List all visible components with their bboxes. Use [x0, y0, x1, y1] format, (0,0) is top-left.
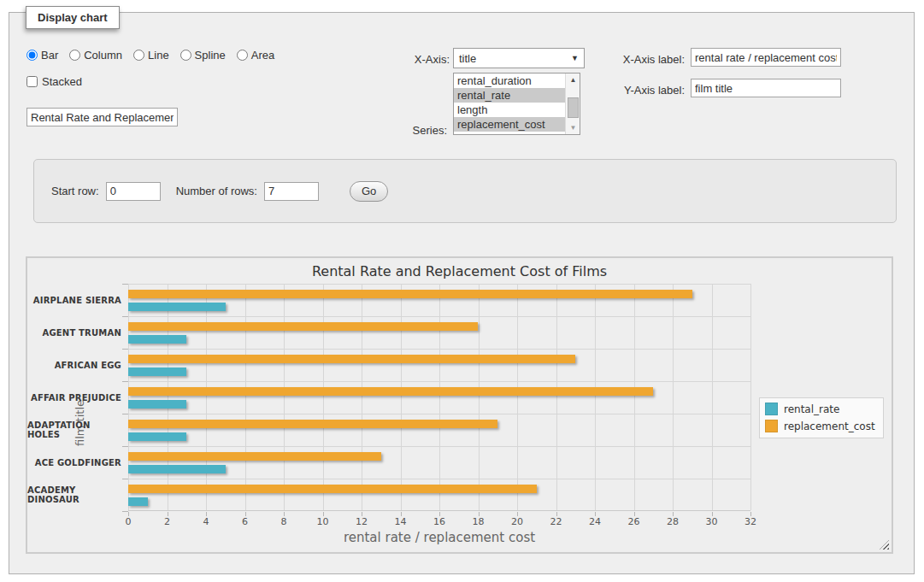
- bar-replacement_cost[interactable]: [128, 485, 537, 493]
- x-tick-label-20: 20: [503, 516, 532, 527]
- chart-type-label: Spline: [195, 49, 226, 62]
- series-option-replacement_cost[interactable]: replacement_cost: [454, 117, 565, 132]
- bar-rental_rate[interactable]: [128, 400, 186, 409]
- chart-title: Rental Rate and Replacement Cost of Film…: [27, 263, 892, 279]
- chart-title-input[interactable]: [26, 108, 178, 126]
- y-category-label: AFRICAN EGG: [27, 349, 121, 381]
- x-axis-label-input[interactable]: [691, 48, 841, 67]
- x-tick-label-12: 12: [347, 516, 376, 527]
- chart-x-axis-title: rental rate / replacement cost: [128, 530, 750, 545]
- y-category-label: AFFAIR PREJUDICE: [27, 381, 121, 414]
- gridline-x-32: [750, 284, 751, 510]
- chart-type-radio-bar[interactable]: [26, 50, 38, 61]
- series-option-length[interactable]: length: [454, 103, 565, 117]
- resize-handle-icon[interactable]: [880, 540, 889, 550]
- legend-label: replacement_cost: [784, 420, 875, 432]
- series-multiselect[interactable]: rental_durationrental_ratelengthreplacem…: [453, 73, 580, 135]
- chart-type-label: Column: [84, 49, 122, 62]
- y-tickmark: [122, 446, 128, 447]
- bar-rental_rate[interactable]: [128, 367, 186, 376]
- bar-rental_rate[interactable]: [128, 303, 226, 311]
- bar-replacement_cost[interactable]: [128, 290, 692, 298]
- display-chart-fieldset: Display chart BarColumnLineSplineArea St…: [9, 12, 915, 574]
- start-row-input[interactable]: [106, 182, 161, 201]
- x-tick-label-6: 6: [231, 516, 260, 527]
- category-row: [128, 479, 750, 511]
- x-tick-label-22: 22: [542, 516, 571, 527]
- chart-type-radio-column[interactable]: [69, 50, 80, 61]
- chart-type-option-line: Line: [133, 49, 169, 62]
- legend-swatch-rental_rate: [765, 403, 778, 415]
- y-category-label: AIRPLANE SIERRA: [27, 284, 121, 316]
- y-category-label: ACADEMY DINOSAUR: [27, 479, 121, 511]
- bar-rental_rate[interactable]: [128, 465, 226, 473]
- series-option-rental_rate[interactable]: rental_rate: [454, 88, 565, 103]
- chevron-down-icon: ▼: [571, 54, 579, 62]
- chart-legend: rental_ratereplacement_cost: [759, 397, 884, 438]
- x-tick-label-10: 10: [309, 516, 338, 527]
- x-axis-select[interactable]: title ▼: [453, 48, 585, 68]
- bar-replacement_cost[interactable]: [128, 420, 497, 428]
- scroll-down-icon[interactable]: ▼: [566, 121, 580, 134]
- y-tickmark: [122, 479, 128, 479]
- y-axis-label-input[interactable]: [691, 79, 841, 97]
- chart-type-radio-line[interactable]: [133, 50, 144, 61]
- category-row: [128, 381, 750, 414]
- bar-replacement_cost[interactable]: [128, 452, 381, 461]
- x-tick-label-26: 26: [620, 516, 649, 527]
- category-row: [128, 316, 750, 349]
- series-option-rental_duration[interactable]: rental_duration: [454, 73, 565, 88]
- bar-rental_rate[interactable]: [128, 497, 148, 506]
- page: Display chart BarColumnLineSplineArea St…: [0, 0, 924, 582]
- num-rows-input[interactable]: [264, 182, 319, 201]
- stacked-row: Stacked: [26, 75, 82, 88]
- legend-swatch-replacement_cost: [765, 420, 778, 432]
- x-tick-label-14: 14: [386, 516, 415, 527]
- chart-type-radio-group: BarColumnLineSplineArea: [26, 49, 274, 62]
- scroll-up-icon[interactable]: ▲: [566, 73, 580, 86]
- y-category-label: ACE GOLDFINGER: [27, 446, 121, 479]
- chart-container: Rental Rate and Replacement Cost of Film…: [26, 256, 893, 554]
- stacked-label: Stacked: [42, 75, 82, 88]
- y-tickmark: [122, 349, 128, 350]
- num-rows-label: Number of rows:: [176, 185, 257, 197]
- x-tick-label-30: 30: [697, 516, 727, 527]
- category-row: [128, 284, 750, 316]
- x-axis-select-label: X-Axis:: [390, 53, 450, 66]
- series-scrollbar[interactable]: ▲ ▼: [565, 73, 580, 134]
- x-tick-label-8: 8: [269, 516, 298, 527]
- plot-area: [128, 284, 750, 511]
- chart-type-option-bar: Bar: [26, 49, 58, 62]
- category-row: [128, 349, 750, 381]
- y-category-label: AGENT TRUMAN: [27, 316, 121, 349]
- go-button[interactable]: Go: [350, 181, 388, 202]
- x-axis-select-value: title: [459, 52, 476, 65]
- x-tick-label-18: 18: [464, 516, 493, 527]
- chart-type-option-spline: Spline: [180, 49, 226, 62]
- legend-item-rental_rate[interactable]: rental_rate: [765, 403, 875, 415]
- fieldset-legend: Display chart: [26, 6, 120, 29]
- y-tickmark: [122, 284, 128, 285]
- chart-type-radio-area[interactable]: [237, 50, 248, 61]
- chart-type-label: Bar: [41, 49, 58, 62]
- chart-type-radio-spline[interactable]: [180, 50, 191, 61]
- bar-replacement_cost[interactable]: [128, 322, 478, 331]
- bar-rental_rate[interactable]: [128, 335, 186, 344]
- x-tick-label-2: 2: [153, 516, 182, 527]
- category-row: [128, 414, 750, 446]
- x-tick-label-0: 0: [114, 516, 143, 527]
- stacked-checkbox[interactable]: [26, 76, 38, 87]
- bar-replacement_cost[interactable]: [128, 355, 575, 363]
- legend-item-replacement_cost[interactable]: replacement_cost: [765, 420, 875, 432]
- bar-replacement_cost[interactable]: [128, 387, 653, 396]
- y-category-label: ADAPTATION HOLES: [27, 414, 121, 446]
- y-axis-label-label: Y-Axis label:: [608, 84, 685, 97]
- chart-type-label: Line: [148, 49, 169, 62]
- chart-type-label: Area: [251, 49, 274, 62]
- x-tick-label-28: 28: [658, 516, 687, 527]
- y-tickmark: [122, 414, 128, 414]
- scrollbar-thumb[interactable]: [568, 97, 579, 118]
- chart-type-option-column: Column: [69, 49, 122, 62]
- bar-rental_rate[interactable]: [128, 432, 186, 441]
- y-tickmark: [122, 316, 128, 317]
